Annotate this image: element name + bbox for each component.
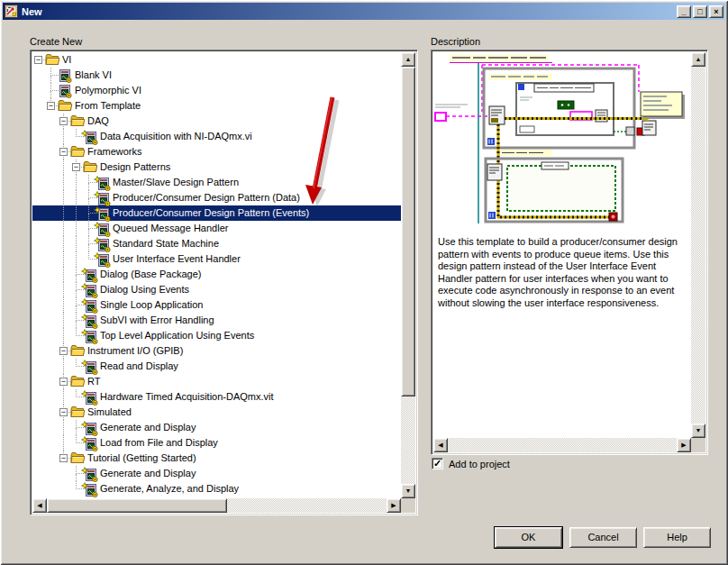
help-button[interactable]: Help [643, 527, 711, 548]
tree-item-label: Generate and Display [100, 422, 196, 433]
folder-icon [70, 344, 86, 357]
tree-item[interactable]: Single Loop Application [32, 297, 401, 313]
close-button[interactable]: × [709, 5, 723, 18]
tree-item[interactable]: Generate and Display [32, 420, 401, 435]
template-vi-icon [81, 298, 99, 314]
scroll-right-icon: ▶ [681, 442, 686, 448]
scroll-left-icon: ◀ [438, 442, 442, 448]
tree-guide [88, 214, 89, 221]
create-new-label: Create New [30, 36, 82, 47]
labview-app-icon [5, 5, 18, 18]
tree-guide [63, 282, 64, 297]
tree-item-label: Producer/Consumer Design Pattern (Events… [113, 207, 309, 218]
tree-item[interactable]: Queued Message Handler [32, 221, 401, 236]
folder-icon [70, 406, 86, 418]
tree-guide [76, 205, 77, 221]
template-vi-icon [94, 206, 112, 222]
scrollbar-corner [401, 498, 415, 513]
tree-guide [76, 305, 77, 313]
tree-guide [63, 359, 64, 374]
tree-collapse-toggle[interactable]: − [59, 408, 68, 416]
scroll-left-button[interactable]: ◀ [32, 498, 47, 513]
tree-vscroll-thumb[interactable] [401, 67, 415, 396]
tree-item[interactable]: Hardware Timed Acquisition-DAQmx.vit [32, 389, 401, 405]
tree-item-label: SubVI with Error Handling [100, 314, 214, 325]
tree-item[interactable]: Master/Slave Design Pattern [32, 175, 401, 190]
tree-vertical-scrollbar[interactable]: ▲ ▼ [401, 52, 415, 498]
minimize-button[interactable]: _ [677, 5, 691, 18]
tree-guide [88, 244, 89, 251]
preview-diagram [433, 52, 691, 231]
tree-item[interactable]: Standard State Machine [32, 236, 401, 251]
ok-button[interactable]: OK [495, 527, 562, 548]
scrollbar-corner [691, 438, 705, 452]
tree-item[interactable]: − From Template [32, 98, 401, 114]
add-to-project-checkbox[interactable]: ✓ [432, 458, 443, 469]
description-horizontal-scrollbar[interactable]: ◀ ▶ [433, 438, 691, 452]
tree-item[interactable]: Polymorphic VI [32, 83, 401, 98]
tree-collapse-toggle[interactable]: − [59, 347, 68, 355]
desc-scroll-right-button[interactable]: ▶ [677, 438, 691, 452]
tree-collapse-toggle[interactable]: − [34, 56, 42, 64]
scroll-right-button[interactable]: ▶ [387, 498, 401, 513]
tree-guide [76, 175, 77, 190]
tree-guide [63, 205, 64, 221]
tree-item-label: Dialog (Base Package) [100, 269, 202, 279]
tree-item-label: Read and Display [100, 360, 178, 371]
tree-item-label: Dialog Using Events [100, 284, 189, 295]
tree-view: − VI Blank VI Polymorphic VI− From Templ… [32, 52, 401, 498]
tree-item-label: Frameworks [87, 146, 142, 157]
desc-scroll-down-button[interactable]: ▼ [691, 424, 705, 438]
tree-item[interactable]: Load from File and Display [32, 435, 401, 451]
tree-item[interactable]: Producer/Consumer Design Pattern (Data) [32, 190, 401, 205]
tree-item-label: Design Patterns [100, 161, 170, 172]
tree-guide [63, 159, 64, 175]
tree-collapse-toggle[interactable]: − [72, 163, 80, 171]
tree-collapse-toggle[interactable]: − [59, 148, 68, 156]
tree-collapse-toggle[interactable]: − [47, 102, 55, 110]
description-vertical-scrollbar[interactable]: ▲ ▼ [691, 52, 705, 438]
tree-item[interactable]: User Interface Event Handler [32, 251, 401, 267]
add-to-project-label: Add to project [449, 459, 510, 469]
tree-hscroll-thumb[interactable] [47, 498, 227, 513]
tree-item[interactable]: Top Level Application Using Events [32, 328, 401, 343]
scroll-down-button[interactable]: ▼ [401, 484, 415, 498]
maximize-icon: □ [697, 7, 702, 16]
maximize-button[interactable]: □ [693, 5, 707, 18]
tree-item[interactable]: Generate and Display [32, 466, 401, 481]
tree-guide [63, 175, 64, 190]
tree-item-icon [81, 482, 99, 498]
tree-item[interactable]: − VI [32, 52, 401, 68]
tree-item[interactable]: − Design Patterns [32, 159, 401, 175]
tree-horizontal-scrollbar[interactable]: ◀ ▶ [32, 498, 401, 513]
tree-guide [63, 251, 64, 267]
tree-collapse-toggle[interactable]: − [59, 378, 68, 386]
tree-item-icon [70, 406, 86, 420]
tree-item[interactable]: Dialog Using Events [32, 282, 401, 297]
vi-icon [58, 84, 72, 98]
tree-item[interactable]: − DAQ [32, 114, 401, 129]
tree-item[interactable]: Generate, Analyze, and Display [32, 481, 401, 497]
tree-guide [88, 183, 89, 190]
folder-icon [58, 99, 73, 112]
desc-scroll-left-button[interactable]: ◀ [433, 438, 448, 452]
tree-collapse-toggle[interactable]: − [59, 117, 68, 125]
template-vi-icon [81, 314, 99, 329]
scroll-up-button[interactable]: ▲ [401, 52, 415, 67]
desc-scroll-up-button[interactable]: ▲ [691, 52, 705, 67]
tree-collapse-toggle[interactable]: − [59, 454, 68, 462]
titlebar[interactable]: New _ □ × [3, 3, 725, 20]
tree-item-label: Instrument I/O (GPIB) [87, 345, 183, 356]
tree-item[interactable]: Producer/Consumer Design Pattern (Events… [32, 205, 401, 221]
tree-guide [50, 76, 51, 83]
tree-item[interactable]: Blank VI [32, 68, 401, 83]
cancel-button[interactable]: Cancel [569, 527, 637, 548]
tree-guide [63, 435, 64, 451]
tree-item[interactable]: Read and Display [32, 359, 401, 374]
tree-guide [63, 297, 64, 313]
tree-item-label: Generate, Analyze, and Display [100, 483, 239, 494]
tree-item-icon [70, 344, 86, 359]
tree-item[interactable]: SubVI with Error Handling [32, 313, 401, 328]
tree-item[interactable]: Dialog (Base Package) [32, 267, 401, 282]
tree-item[interactable]: Data Acquisition with NI-DAQmx.vi [32, 129, 401, 144]
